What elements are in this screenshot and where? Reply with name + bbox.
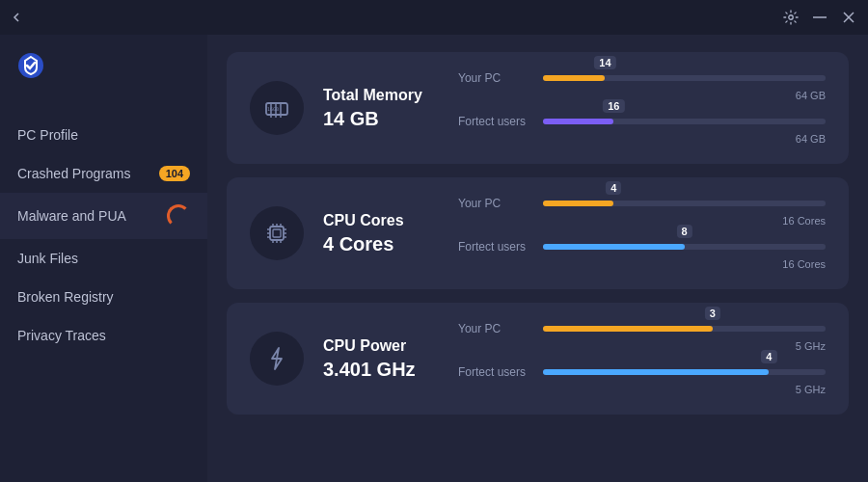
bar-tooltip-cpu-power-0: 3: [705, 307, 720, 320]
sidebar-item-label-crashed-programs: Crashed Programs: [17, 166, 131, 181]
bar-group-cpu-cores-1: Fortect users816 Cores: [458, 240, 826, 270]
sidebar-item-label-junk-files: Junk Files: [17, 251, 78, 266]
svg-point-0: [789, 15, 793, 19]
sidebar-item-broken-registry[interactable]: Broken Registry: [0, 278, 207, 316]
bar-track-cpu-power-0: 3: [543, 326, 826, 332]
bar-row-cpu-cores-1: Fortect users8: [458, 240, 826, 254]
sidebar-item-label-privacy-traces: Privacy Traces: [17, 328, 106, 343]
minimize-button[interactable]: [812, 10, 827, 25]
bar-label-cpu-power-1: Fortect users: [458, 365, 535, 379]
card-total-memory: 16GB Total Memory14 GBYour PC1464 GBFort…: [227, 52, 849, 164]
back-to-dashboard[interactable]: [12, 13, 27, 22]
card-icon-cpu-cores: [250, 206, 304, 260]
bar-fill-cpu-power-1: [543, 369, 769, 375]
bar-group-total-memory-1: Fortect users1664 GB: [458, 115, 826, 145]
badge-crashed-programs: 104: [159, 166, 190, 181]
bar-fill-total-memory-0: [543, 75, 605, 81]
sidebar-item-junk-files[interactable]: Junk Files: [0, 239, 207, 278]
card-icon-total-memory: 16GB: [250, 81, 304, 135]
card-icon-cpu-power: [250, 332, 304, 386]
bar-track-cpu-power-1: 4: [543, 369, 826, 375]
bar-fill-cpu-cores-0: [543, 201, 613, 206]
card-info-total-memory: Total Memory14 GB: [323, 87, 439, 130]
card-title-total-memory: Total Memory: [323, 87, 439, 104]
sidebar-item-label-malware-pua: Malware and PUA: [17, 208, 126, 224]
svg-rect-14: [273, 229, 281, 237]
bar-tooltip-cpu-cores-0: 4: [606, 181, 621, 195]
bar-row-total-memory-1: Fortect users16: [458, 115, 826, 128]
title-bar: [0, 0, 868, 35]
bar-fill-total-memory-1: [543, 119, 613, 124]
window-controls: [783, 10, 856, 25]
sidebar-item-crashed-programs[interactable]: Crashed Programs104: [0, 154, 207, 193]
nav-items: PC ProfileCrashed Programs104Malware and…: [0, 116, 207, 482]
card-value-cpu-cores: 4 Cores: [323, 233, 439, 255]
bar-fill-cpu-power-0: [543, 326, 713, 332]
spinner-malware-pua: [167, 204, 190, 228]
card-bars-cpu-power: Your PC35 GHzFortect users45 GHz: [458, 322, 826, 395]
bar-tooltip-cpu-cores-1: 8: [676, 225, 692, 238]
card-value-total-memory: 14 GB: [323, 108, 439, 130]
card-value-cpu-power: 3.401 GHz: [323, 359, 439, 381]
minimize-icon: [813, 16, 827, 18]
bar-group-cpu-power-1: Fortect users45 GHz: [458, 365, 826, 395]
sidebar-item-label-broken-registry: Broken Registry: [17, 289, 114, 305]
bar-label-cpu-cores-0: Your PC: [458, 197, 535, 210]
bar-tooltip-total-memory-0: 14: [594, 56, 615, 69]
sidebar: PC ProfileCrashed Programs104Malware and…: [0, 35, 207, 482]
sidebar-item-privacy-traces[interactable]: Privacy Traces: [0, 316, 207, 355]
bar-track-cpu-cores-0: 4: [543, 201, 826, 206]
bar-row-cpu-power-0: Your PC3: [458, 322, 826, 335]
bar-end-label-cpu-power-1: 5 GHz: [458, 384, 826, 395]
bar-row-cpu-cores-0: Your PC4: [458, 197, 826, 210]
bar-tooltip-cpu-power-1: 4: [761, 350, 776, 363]
card-cpu-power: CPU Power3.401 GHzYour PC35 GHzFortect u…: [227, 303, 849, 415]
card-bars-total-memory: Your PC1464 GBFortect users1664 GB: [458, 71, 826, 145]
bar-track-total-memory-0: 14: [543, 75, 826, 81]
svg-text:16GB: 16GB: [267, 106, 279, 112]
bar-group-cpu-power-0: Your PC35 GHz: [458, 322, 826, 352]
content-area: 16GB Total Memory14 GBYour PC1464 GBFort…: [207, 35, 868, 482]
card-cpu-cores: CPU Cores4 CoresYour PC416 CoresFortect …: [227, 177, 849, 289]
bar-group-cpu-cores-0: Your PC416 Cores: [458, 197, 826, 227]
settings-button[interactable]: [783, 10, 799, 25]
card-bars-cpu-cores: Your PC416 CoresFortect users816 Cores: [458, 197, 826, 270]
gear-icon: [783, 9, 799, 26]
bar-end-label-total-memory-0: 64 GB: [458, 90, 826, 101]
close-icon: [843, 12, 854, 23]
brand-logo-icon: [17, 52, 44, 79]
bar-fill-cpu-cores-1: [543, 244, 685, 250]
card-info-cpu-power: CPU Power3.401 GHz: [323, 337, 439, 381]
bar-label-cpu-cores-1: Fortect users: [458, 240, 535, 254]
bar-row-total-memory-0: Your PC14: [458, 71, 826, 85]
card-title-cpu-cores: CPU Cores: [323, 212, 439, 229]
bar-tooltip-total-memory-1: 16: [603, 99, 624, 113]
bar-track-cpu-cores-1: 8: [543, 244, 826, 250]
bar-end-label-cpu-cores-1: 16 Cores: [458, 258, 826, 270]
main-layout: PC ProfileCrashed Programs104Malware and…: [0, 35, 868, 482]
bar-end-label-total-memory-1: 64 GB: [458, 133, 826, 145]
close-button[interactable]: [841, 10, 856, 25]
brand-area: [0, 35, 207, 94]
bar-label-total-memory-1: Fortect users: [458, 115, 535, 128]
scan-status: [0, 94, 207, 116]
svg-rect-13: [270, 227, 284, 240]
bar-track-total-memory-1: 16: [543, 119, 826, 124]
bar-label-total-memory-0: Your PC: [458, 71, 535, 85]
bar-row-cpu-power-1: Fortect users4: [458, 365, 826, 379]
bar-group-total-memory-0: Your PC1464 GB: [458, 71, 826, 101]
sidebar-item-pc-profile[interactable]: PC Profile: [0, 116, 207, 154]
bar-end-label-cpu-cores-0: 16 Cores: [458, 215, 826, 227]
bar-label-cpu-power-0: Your PC: [458, 322, 535, 335]
sidebar-item-label-pc-profile: PC Profile: [17, 127, 78, 143]
sidebar-item-malware-pua[interactable]: Malware and PUA: [0, 193, 207, 239]
card-info-cpu-cores: CPU Cores4 Cores: [323, 212, 439, 255]
back-arrow-icon: [12, 13, 21, 22]
card-title-cpu-power: CPU Power: [323, 337, 439, 355]
